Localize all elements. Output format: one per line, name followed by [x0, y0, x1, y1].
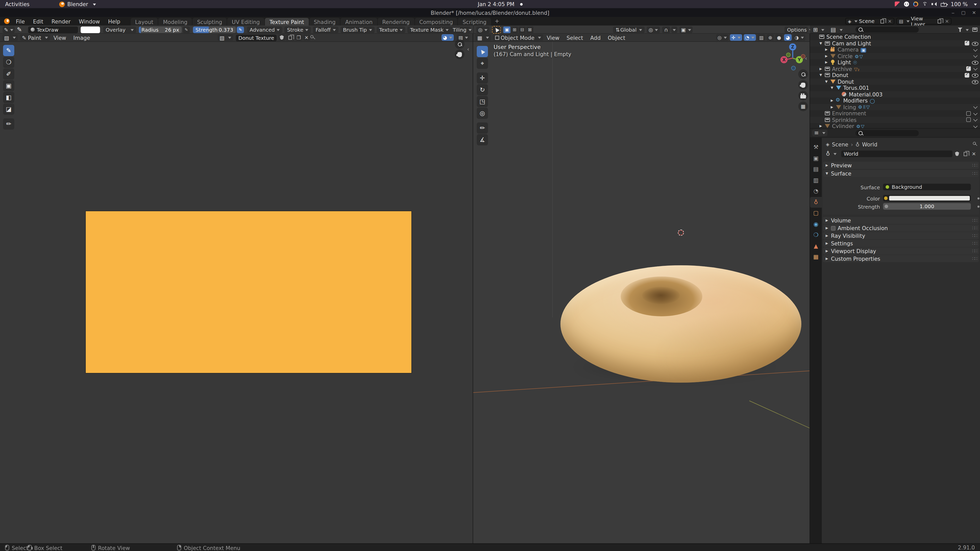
eye-toggle[interactable]	[972, 40, 978, 46]
menu-item[interactable]: View	[543, 35, 563, 41]
color-swatch-field[interactable]	[883, 195, 971, 202]
check-toggle[interactable]	[965, 41, 969, 46]
chev-toggle[interactable]	[974, 67, 978, 71]
panel-checkbox[interactable]	[831, 226, 835, 230]
world-name-field[interactable]: World	[841, 151, 953, 157]
tab-object[interactable]: ▢	[810, 208, 822, 218]
ortho-toggle-button[interactable]: ▦	[798, 102, 808, 111]
menu-item[interactable]: Image	[70, 35, 94, 41]
minimize-button[interactable]: ‒	[951, 10, 954, 15]
mode-dropdown[interactable]: Object Mode	[493, 34, 543, 41]
outliner-row[interactable]: Cam and Light	[810, 40, 980, 46]
annotate-tool[interactable]: ✏	[477, 122, 488, 134]
strength-slider[interactable]: 1.000	[883, 203, 971, 210]
rotate-tool[interactable]: ↻	[477, 84, 488, 95]
eye-toggle[interactable]	[972, 59, 978, 65]
popover-button[interactable]: Falloff	[313, 26, 339, 33]
workspace-tab[interactable]: Rendering	[378, 18, 414, 25]
shading-rendered[interactable]: ◑	[793, 34, 805, 41]
panel-preview[interactable]: Preview∷∷	[823, 162, 979, 169]
menu-item[interactable]: Add	[587, 35, 605, 41]
surface-value-field[interactable]: Background	[883, 184, 971, 190]
chev-toggle[interactable]	[974, 105, 978, 110]
expander-icon[interactable]	[819, 41, 823, 45]
workspace-tab[interactable]: Texture Paint	[265, 18, 309, 25]
tab-physics[interactable]: ◉	[810, 219, 822, 229]
eye-toggle[interactable]	[972, 79, 978, 85]
pack-image-button[interactable]: ❒	[295, 34, 302, 41]
radius-pressure-toggle[interactable]: ✎	[183, 26, 190, 33]
cursor-tool[interactable]: ⌖	[477, 58, 488, 69]
gizmo-neg-y[interactable]	[786, 52, 791, 57]
animate-dot[interactable]	[977, 206, 980, 208]
menu-item[interactable]: Edit	[29, 18, 48, 24]
menu-item[interactable]: View	[50, 35, 70, 41]
check-toggle[interactable]	[965, 73, 969, 78]
copy-icon[interactable]	[938, 19, 942, 23]
brush-name-field[interactable]: TexDraw	[28, 26, 78, 33]
workspace-tab[interactable]: UV Editing	[227, 18, 264, 25]
image-browse-button[interactable]: ▧	[218, 34, 233, 41]
menu-item[interactable]: Render	[48, 18, 75, 24]
tab-constraints[interactable]: ❍	[810, 230, 822, 240]
gizmo-z-axis[interactable]: Z	[789, 43, 796, 51]
workspace-tab[interactable]: Shading	[309, 18, 340, 25]
view-layer-selector[interactable]: ▤ View Layer ✕	[896, 18, 951, 24]
drag-dots-icon[interactable]: ∷∷	[972, 163, 977, 168]
tab-texture[interactable]: ▦	[810, 251, 822, 262]
outliner-row[interactable]: Sprinkles	[810, 117, 980, 123]
system-tray[interactable]: 100 %	[894, 0, 977, 8]
annotate-tool[interactable]: ✏	[3, 118, 14, 130]
workspace-tab[interactable]: Layout	[130, 18, 158, 25]
drag-dots-icon[interactable]: ∷∷	[972, 171, 977, 176]
gizmo-x-axis[interactable]: X	[780, 56, 788, 63]
window-title-bar[interactable]: Blender* [/home/lucas/Blender/donut.blen…	[0, 8, 980, 17]
expander-icon[interactable]	[819, 67, 823, 71]
close-icon[interactable]: ✕	[943, 19, 951, 24]
tab-view-layer[interactable]: ▥	[810, 175, 822, 186]
select-box-tool[interactable]	[477, 46, 488, 57]
popover-button[interactable]: Texture Mask	[407, 26, 451, 33]
options-dropdown[interactable]: Options	[784, 26, 808, 33]
unlink-button[interactable]: ✕	[303, 34, 310, 41]
mode-set[interactable]: ▣	[503, 26, 511, 33]
tab-render[interactable]: ▣	[810, 153, 822, 164]
brush-selector-button[interactable]: ✎	[3, 26, 15, 33]
workspace-tab[interactable]: Sculpting	[192, 18, 227, 25]
chevron-down-icon[interactable]	[966, 29, 969, 32]
panel-surface[interactable]: Surface∷∷	[823, 170, 979, 177]
camera-view-button[interactable]	[798, 91, 808, 100]
outliner-row[interactable]: Scene Collection	[810, 34, 980, 40]
blender-logo-icon[interactable]	[4, 18, 10, 24]
outliner-row[interactable]: Circle ⚙▽	[810, 53, 980, 59]
strength-pressure-toggle[interactable]: ✎	[237, 26, 244, 33]
outliner-display-mode[interactable]: ⊞	[811, 26, 826, 33]
clock[interactable]: Jan 2 4:05 PM	[473, 0, 528, 8]
editor-type-button[interactable]: ≡	[812, 130, 827, 136]
mode-intersect[interactable]: ⊠	[526, 26, 533, 33]
shading-wireframe[interactable]: ⊕	[767, 34, 774, 41]
box-toggle[interactable]	[966, 111, 971, 116]
mode-extend[interactable]: ⊞	[511, 26, 518, 33]
activities-button[interactable]: Activities	[0, 0, 35, 8]
tab-scene[interactable]: ◔	[810, 186, 822, 197]
popover-button[interactable]: Brush Tip	[340, 26, 375, 33]
radius-slider[interactable]: Radius26 px	[139, 26, 182, 33]
app-menu[interactable]: Blender	[54, 0, 101, 8]
smear-tool[interactable]: ✐	[3, 68, 14, 79]
expander-icon[interactable]	[824, 54, 829, 58]
tab-world[interactable]: ♁	[810, 197, 822, 207]
outliner-row[interactable]: Donut	[810, 72, 980, 78]
app-grid-icon[interactable]	[894, 2, 900, 6]
soften-tool[interactable]: ❍	[3, 57, 14, 68]
outliner-row[interactable]: Material.003	[810, 91, 980, 97]
activity-ring-icon[interactable]	[913, 2, 918, 6]
menu-item[interactable]: Object	[605, 35, 629, 41]
chev-toggle[interactable]	[974, 124, 978, 128]
chev-toggle[interactable]	[974, 118, 978, 122]
world-browse-button[interactable]: ♁	[824, 151, 838, 157]
shading-material[interactable]: ◕	[784, 34, 792, 41]
chev-toggle[interactable]	[974, 111, 978, 116]
collapsed-panel[interactable]: Ambient Occlusion∷∷	[823, 224, 979, 232]
blend-mode-dropdown[interactable]: Overlay	[103, 26, 136, 33]
